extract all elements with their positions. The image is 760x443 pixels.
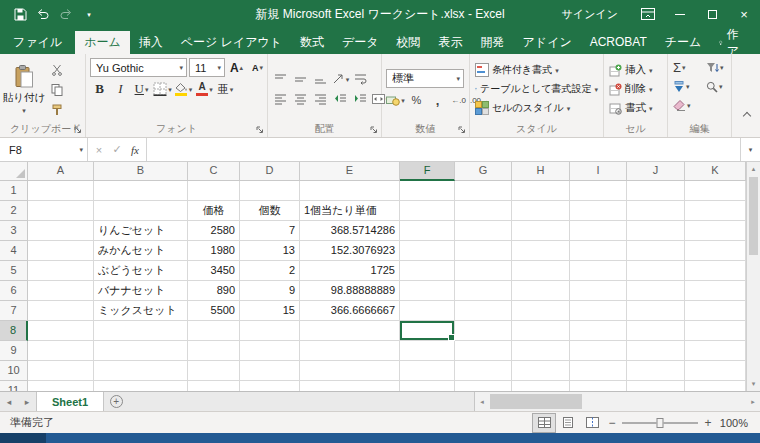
- row-header-6[interactable]: 6: [0, 281, 28, 301]
- insert-cells-button[interactable]: 挿入▾: [605, 61, 666, 80]
- minimize-button[interactable]: [664, 0, 696, 28]
- font-name-select[interactable]: Yu Gothic▾: [90, 58, 187, 77]
- cell-E11[interactable]: [300, 381, 400, 391]
- underline-button[interactable]: U▾: [132, 80, 151, 98]
- cell-K1[interactable]: [685, 181, 746, 201]
- alignment-dialog-launcher-icon[interactable]: [369, 125, 379, 135]
- enter-icon[interactable]: ✓: [108, 143, 126, 156]
- cell-J2[interactable]: [627, 201, 685, 221]
- cell-H9[interactable]: [512, 341, 570, 361]
- cell-C10[interactable]: [188, 361, 240, 381]
- increase-font-size-button[interactable]: A▴: [227, 59, 246, 77]
- cell-E10[interactable]: [300, 361, 400, 381]
- cell-F2[interactable]: [400, 201, 455, 221]
- cell-E2[interactable]: 1個当たり単価: [300, 201, 400, 221]
- cell-J11[interactable]: [627, 381, 685, 391]
- windows-taskbar[interactable]: [0, 433, 760, 443]
- font-color-button[interactable]: A ▾: [195, 80, 214, 98]
- cell-K9[interactable]: [685, 341, 746, 361]
- ribbon-display-options-icon[interactable]: [632, 0, 664, 28]
- cell-B6[interactable]: バナナセット: [94, 281, 188, 301]
- cell-D1[interactable]: [240, 181, 300, 201]
- cell-K3[interactable]: [685, 221, 746, 241]
- cell-J7[interactable]: [627, 301, 685, 321]
- name-box[interactable]: F8 ▾: [0, 138, 88, 161]
- cell-A5[interactable]: [28, 261, 94, 281]
- row-header-11[interactable]: 11: [0, 381, 28, 391]
- cell-A8[interactable]: [28, 321, 94, 341]
- tab-addins[interactable]: アドイン: [514, 31, 581, 54]
- currency-format-button[interactable]: ▾: [386, 91, 405, 109]
- expand-formula-bar-icon[interactable]: ▾: [740, 138, 760, 161]
- cell-F4[interactable]: [400, 241, 455, 261]
- cell-C2[interactable]: 価格: [188, 201, 240, 221]
- horizontal-scrollbar[interactable]: ◂ ▸: [474, 392, 760, 411]
- cell-G11[interactable]: [455, 381, 512, 391]
- scroll-down-icon[interactable]: ▾: [747, 377, 760, 391]
- start-button[interactable]: [0, 433, 46, 443]
- sheet-tab-sheet1[interactable]: Sheet1: [36, 392, 104, 411]
- cell-E8[interactable]: [300, 321, 400, 341]
- conditional-formatting-button[interactable]: 条件付き書式▾: [471, 61, 602, 80]
- cell-K10[interactable]: [685, 361, 746, 381]
- cut-button[interactable]: [47, 61, 66, 79]
- clear-button[interactable]: ▾: [673, 100, 706, 111]
- clipboard-dialog-launcher-icon[interactable]: [73, 125, 83, 135]
- column-header-I[interactable]: I: [570, 162, 627, 181]
- cell-F5[interactable]: [400, 261, 455, 281]
- row-header-8[interactable]: 8: [0, 321, 28, 341]
- cell-H5[interactable]: [512, 261, 570, 281]
- row-header-4[interactable]: 4: [0, 241, 28, 261]
- cell-C7[interactable]: 5500: [188, 301, 240, 321]
- row-header-5[interactable]: 5: [0, 261, 28, 281]
- cell-I6[interactable]: [570, 281, 627, 301]
- cell-H11[interactable]: [512, 381, 570, 391]
- cancel-icon[interactable]: ×: [90, 144, 108, 156]
- cell-E3[interactable]: 368.5714286: [300, 221, 400, 241]
- new-sheet-button[interactable]: +: [104, 392, 128, 411]
- cell-D9[interactable]: [240, 341, 300, 361]
- cell-A6[interactable]: [28, 281, 94, 301]
- cell-G5[interactable]: [455, 261, 512, 281]
- horizontal-scroll-track[interactable]: [489, 392, 746, 411]
- cell-A10[interactable]: [28, 361, 94, 381]
- cell-K11[interactable]: [685, 381, 746, 391]
- scroll-left-icon[interactable]: ◂: [475, 392, 489, 411]
- cell-H8[interactable]: [512, 321, 570, 341]
- cell-D10[interactable]: [240, 361, 300, 381]
- tab-home[interactable]: ホーム: [75, 31, 130, 54]
- font-dialog-launcher-icon[interactable]: [255, 125, 265, 135]
- percent-style-button[interactable]: %: [407, 91, 426, 109]
- column-header-C[interactable]: C: [188, 162, 240, 181]
- cell-C8[interactable]: [188, 321, 240, 341]
- cell-I3[interactable]: [570, 221, 627, 241]
- select-all-button[interactable]: [0, 162, 28, 181]
- column-header-H[interactable]: H: [512, 162, 570, 181]
- cell-I1[interactable]: [570, 181, 627, 201]
- cell-C11[interactable]: [188, 381, 240, 391]
- cell-D8[interactable]: [240, 321, 300, 341]
- cell-A1[interactable]: [28, 181, 94, 201]
- fill-button[interactable]: ▾: [673, 81, 706, 93]
- cell-F7[interactable]: [400, 301, 455, 321]
- cell-F11[interactable]: [400, 381, 455, 391]
- bold-button[interactable]: B: [90, 80, 109, 98]
- close-button[interactable]: ×: [728, 0, 760, 28]
- cell-G4[interactable]: [455, 241, 512, 261]
- tab-developer[interactable]: 開発: [472, 31, 514, 54]
- cell-G1[interactable]: [455, 181, 512, 201]
- column-header-B[interactable]: B: [94, 162, 188, 181]
- insert-function-icon[interactable]: fx: [126, 144, 144, 156]
- cell-H2[interactable]: [512, 201, 570, 221]
- format-as-table-button[interactable]: テーブルとして書式設定▾: [471, 80, 602, 99]
- cell-I10[interactable]: [570, 361, 627, 381]
- cell-J9[interactable]: [627, 341, 685, 361]
- cell-E6[interactable]: 98.88888889: [300, 281, 400, 301]
- cell-H10[interactable]: [512, 361, 570, 381]
- cell-D2[interactable]: 個数: [240, 201, 300, 221]
- column-header-A[interactable]: A: [28, 162, 94, 181]
- undo-icon[interactable]: [33, 4, 53, 24]
- sign-in-button[interactable]: サインイン: [548, 0, 632, 28]
- font-size-select[interactable]: 11▾: [189, 58, 225, 77]
- tab-team[interactable]: チーム: [656, 31, 711, 54]
